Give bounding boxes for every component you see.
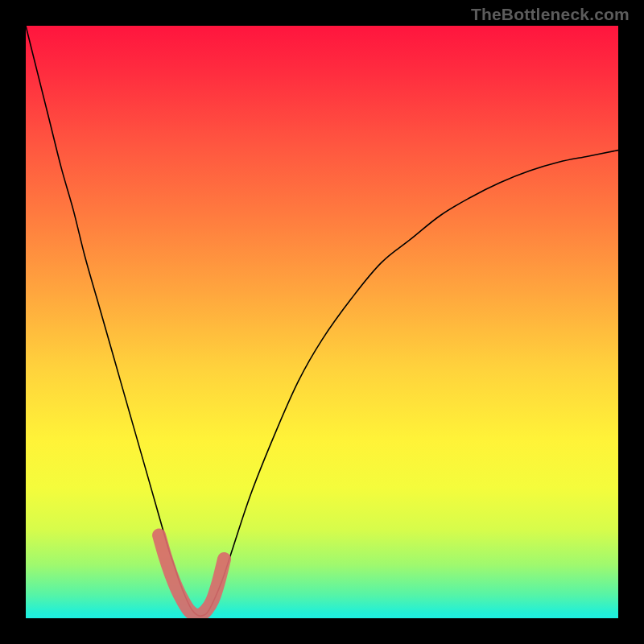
highlight-marker (159, 535, 225, 615)
chart-frame: TheBottleneck.com (0, 0, 644, 644)
plot-area (26, 26, 618, 618)
bottleneck-curve (26, 26, 618, 616)
curve-svg (26, 26, 618, 618)
watermark-text: TheBottleneck.com (471, 5, 630, 24)
